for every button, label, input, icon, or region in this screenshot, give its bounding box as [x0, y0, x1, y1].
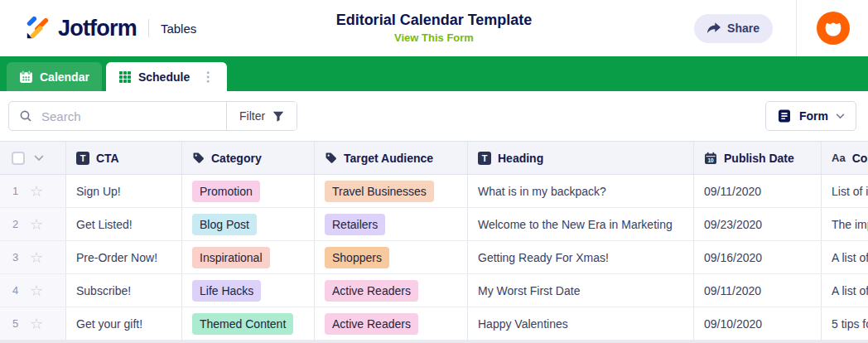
column-label: CTA — [96, 152, 119, 165]
text-style-column-icon: Aa — [832, 152, 846, 164]
column-header-target-audience[interactable]: Target Audience — [315, 142, 468, 174]
cell-publish-date[interactable]: 09/23/2020 — [694, 208, 822, 240]
avatar[interactable] — [817, 12, 850, 45]
top-bar: Jotform Tables Editorial Calendar Templa… — [0, 0, 868, 56]
cell-publish-date[interactable]: 09/11/2020 — [694, 175, 822, 207]
tag-chip[interactable]: Inspirational — [192, 247, 270, 268]
sheet-tab-bar: Calendar Schedule ⋮ — [0, 56, 868, 91]
tab-calendar[interactable]: Calendar — [7, 62, 102, 91]
star-icon[interactable]: ☆ — [30, 184, 43, 199]
tag-chip[interactable]: Retailers — [325, 214, 385, 235]
cell-heading[interactable]: Welcome to the New Era in Marketing — [468, 208, 694, 240]
table-row: 2☆Get Listed!Blog PostRetailersWelcome t… — [0, 208, 868, 241]
cell-category[interactable]: Promotion — [182, 175, 315, 207]
data-grid: TCTACategoryTarget AudienceTHeading10Pub… — [0, 141, 868, 341]
tag-chip[interactable]: Themed Content — [192, 313, 293, 335]
jotform-logo-icon — [25, 16, 50, 41]
column-label: Content — [852, 152, 868, 165]
select-all-cell[interactable] — [0, 142, 66, 174]
cell-category[interactable]: Life Hacks — [182, 274, 315, 307]
cell-target-audience[interactable]: Active Readers — [315, 307, 468, 340]
table-row: 5☆Get your gift!Themed ContentActive Rea… — [0, 307, 868, 341]
funnel-icon — [272, 111, 284, 122]
table-toolbar: Filter Form — [0, 91, 868, 141]
form-document-icon — [777, 109, 792, 123]
grid-tab-icon — [118, 70, 132, 84]
tag-chip[interactable]: Shoppers — [325, 247, 389, 268]
tab-options-kebab-icon[interactable]: ⋮ — [201, 70, 215, 84]
cell-heading[interactable]: Getting Ready For Xmas! — [468, 241, 694, 273]
row-handle[interactable]: 5☆ — [0, 307, 66, 340]
cell-cta[interactable]: Sign Up! — [66, 175, 182, 207]
row-number: 3 — [12, 251, 19, 263]
cell-heading[interactable]: My Worst First Date — [468, 274, 694, 307]
row-handle[interactable]: 3☆ — [0, 241, 66, 273]
cell-content[interactable]: The imp — [822, 208, 868, 240]
search-box — [9, 102, 226, 130]
column-header-category[interactable]: Category — [182, 142, 315, 174]
chevron-down-icon[interactable] — [34, 155, 44, 162]
share-label: Share — [727, 22, 760, 35]
tag-chip[interactable]: Active Readers — [325, 280, 418, 302]
row-handle[interactable]: 2☆ — [0, 208, 66, 240]
row-number: 1 — [12, 185, 19, 197]
cell-publish-date[interactable]: 09/10/2020 — [694, 307, 822, 340]
column-header-heading[interactable]: THeading — [468, 142, 694, 174]
cell-cta[interactable]: Subscribe! — [66, 274, 182, 307]
calendar-column-icon: 10 — [704, 152, 717, 165]
grid-header-row: TCTACategoryTarget AudienceTHeading10Pub… — [0, 141, 868, 175]
column-label: Publish Date — [724, 152, 794, 165]
cell-publish-date[interactable]: 09/11/2020 — [694, 274, 822, 307]
title-area: Editorial Calendar Template View This Fo… — [336, 12, 533, 45]
cell-content[interactable]: A list of — [822, 241, 868, 273]
star-icon[interactable]: ☆ — [30, 316, 43, 331]
row-handle[interactable]: 1☆ — [0, 175, 66, 207]
search-input[interactable] — [40, 102, 226, 130]
cell-content[interactable]: List of i — [822, 175, 868, 207]
product-name: Tables — [161, 22, 196, 36]
cell-target-audience[interactable]: Retailers — [315, 208, 468, 240]
cell-cta[interactable]: Get your gift! — [66, 307, 182, 340]
cell-target-audience[interactable]: Shoppers — [315, 241, 468, 273]
column-header-content[interactable]: AaContent — [822, 142, 868, 174]
column-label: Category — [211, 152, 262, 165]
cell-heading[interactable]: Happy Valentines — [468, 307, 694, 340]
tab-schedule[interactable]: Schedule ⋮ — [106, 62, 227, 91]
tag-chip[interactable]: Promotion — [192, 181, 260, 202]
cell-category[interactable]: Themed Content — [182, 307, 315, 340]
share-button[interactable]: Share — [694, 14, 773, 43]
tag-chip[interactable]: Active Readers — [325, 313, 418, 335]
cell-category[interactable]: Blog Post — [182, 208, 315, 240]
column-header-publish-date[interactable]: 10Publish Date — [694, 142, 822, 174]
star-icon[interactable]: ☆ — [30, 283, 43, 298]
tab-schedule-label: Schedule — [138, 70, 190, 84]
cell-heading[interactable]: What is in my backpack? — [468, 175, 694, 207]
cell-target-audience[interactable]: Active Readers — [315, 274, 468, 307]
column-label: Heading — [498, 152, 543, 165]
cell-cta[interactable]: Get Listed! — [66, 208, 182, 240]
cell-content[interactable]: A list of — [822, 274, 868, 307]
cell-cta[interactable]: Pre-Order Now! — [66, 241, 182, 273]
share-arrow-icon — [707, 22, 721, 34]
tag-column-icon — [325, 152, 337, 164]
column-header-cta[interactable]: TCTA — [66, 142, 182, 174]
row-number: 2 — [12, 218, 19, 230]
cell-category[interactable]: Inspirational — [182, 241, 315, 273]
cell-content[interactable]: 5 tips fo — [822, 307, 868, 340]
star-icon[interactable]: ☆ — [30, 250, 43, 265]
form-button[interactable]: Form — [765, 101, 856, 131]
tag-chip[interactable]: Blog Post — [192, 214, 257, 235]
view-form-link[interactable]: View This Form — [394, 31, 474, 44]
tag-chip[interactable]: Travel Businesses — [325, 181, 434, 202]
cell-target-audience[interactable]: Travel Businesses — [315, 175, 468, 207]
jotform-logo[interactable]: Jotform — [25, 16, 137, 41]
star-icon[interactable]: ☆ — [30, 217, 43, 232]
row-handle[interactable]: 4☆ — [0, 274, 66, 307]
filter-button[interactable]: Filter — [226, 102, 297, 130]
cell-publish-date[interactable]: 09/16/2020 — [694, 241, 822, 273]
jotform-tables-app: Jotform Tables Editorial Calendar Templa… — [0, 0, 868, 343]
filter-label: Filter — [239, 109, 265, 123]
tag-chip[interactable]: Life Hacks — [192, 280, 261, 302]
search-icon — [19, 109, 32, 123]
select-all-checkbox[interactable] — [12, 152, 25, 165]
